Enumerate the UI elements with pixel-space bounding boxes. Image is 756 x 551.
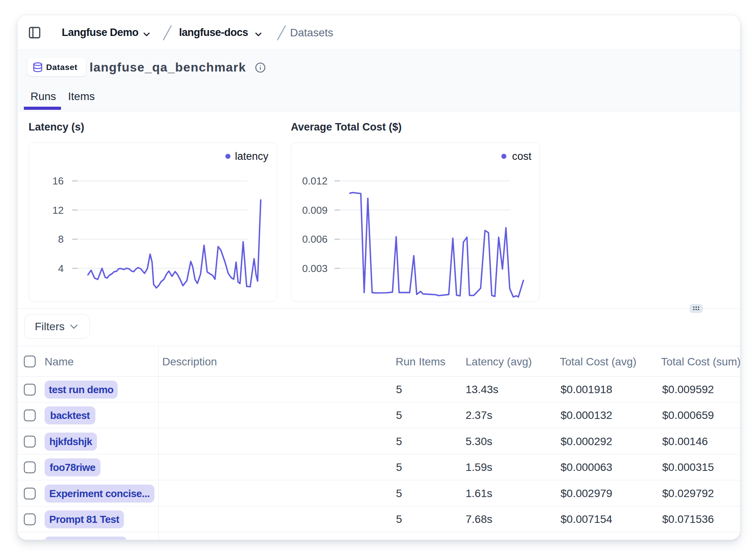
- svg-text:0.009: 0.009: [302, 204, 328, 216]
- svg-text:4: 4: [58, 263, 64, 274]
- svg-text:latency: latency: [235, 150, 269, 162]
- svg-text:8: 8: [58, 233, 64, 245]
- svg-text:cost: cost: [512, 150, 532, 162]
- svg-text:0.003: 0.003: [302, 263, 328, 274]
- svg-text:12: 12: [52, 204, 64, 216]
- svg-text:16: 16: [52, 175, 64, 187]
- svg-text:0.006: 0.006: [302, 233, 328, 245]
- svg-text:0.012: 0.012: [302, 175, 328, 187]
